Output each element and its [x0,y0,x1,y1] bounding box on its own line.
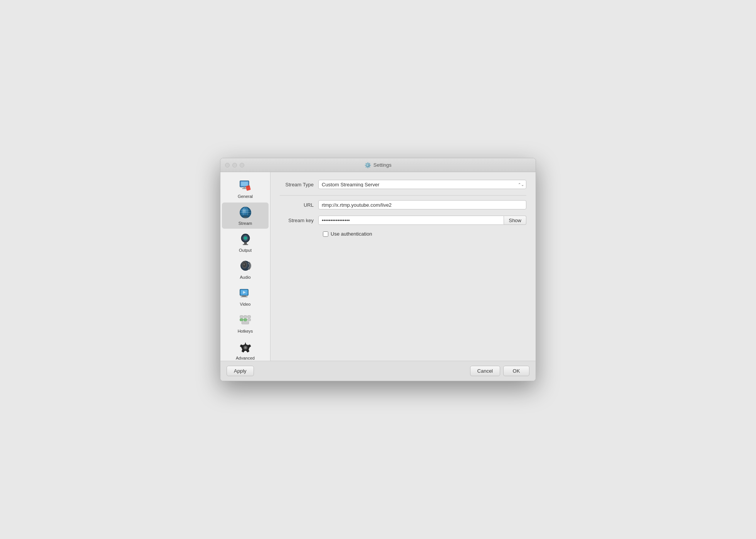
sidebar-item-stream[interactable]: Stream [222,203,269,229]
svg-rect-1 [241,182,248,186]
cancel-button[interactable]: Cancel [470,366,500,376]
titlebar: ⚙️ Settings [220,158,536,172]
maximize-button[interactable] [240,163,244,167]
url-label: URL [280,202,318,208]
title-text: Settings [373,162,391,168]
url-row: URL [280,200,526,209]
footer-right: Cancel OK [470,366,529,376]
use-auth-checkbox[interactable] [323,231,328,237]
stream-type-wrapper: Custom Streaming Server Twitch YouTube /… [318,180,526,189]
settings-icon: ⚙️ [365,162,371,168]
sidebar: General [220,172,270,361]
stream-type-label: Stream Type [280,182,318,187]
svg-rect-28 [244,316,247,318]
svg-point-21 [243,263,245,265]
svg-rect-2 [243,187,245,189]
sidebar-item-video[interactable]: Video [222,283,269,310]
sidebar-item-output[interactable]: Output [222,229,269,256]
sidebar-label-general: General [238,194,253,199]
divider-1 [280,195,526,196]
settings-window: ⚙️ Settings General [220,158,536,381]
show-stream-key-button[interactable]: Show [504,216,526,225]
sidebar-label-video: Video [240,302,251,306]
sidebar-item-hotkeys[interactable]: Hotkeys [222,310,269,336]
svg-rect-29 [247,316,250,318]
apply-button[interactable]: Apply [227,366,254,376]
stream-type-row: Stream Type Custom Streaming Server Twit… [280,180,526,189]
sidebar-label-hotkeys: Hotkeys [238,329,253,333]
sidebar-label-stream: Stream [239,221,252,226]
svg-rect-31 [244,319,247,321]
svg-rect-12 [243,217,247,218]
video-icon [239,286,252,300]
content-area: Stream Type Custom Streaming Server Twit… [280,180,526,353]
hotkeys-icon [239,313,252,327]
url-input[interactable] [318,200,526,209]
footer-left: Apply [227,366,254,376]
stream-key-input-row: Show [318,216,526,225]
svg-point-15 [244,236,247,240]
sidebar-item-advanced[interactable]: Advanced [222,337,269,361]
stream-key-input[interactable] [318,216,504,225]
window-title: ⚙️ Settings [365,162,391,168]
advanced-icon [239,340,252,354]
use-auth-row: Use authentication [323,231,526,237]
sidebar-label-output: Output [239,248,252,253]
general-icon [239,179,252,192]
svg-rect-3 [242,188,247,189]
svg-rect-17 [242,244,248,245]
svg-rect-30 [240,319,243,321]
sidebar-item-general[interactable]: General [222,176,269,202]
close-button[interactable] [225,163,230,167]
audio-icon [239,259,252,273]
stream-key-wrapper: Show [318,216,526,225]
main-content: Stream Type Custom Streaming Server Twit… [270,172,536,361]
traffic-lights [225,163,244,167]
svg-rect-16 [244,242,247,244]
svg-rect-33 [242,322,249,324]
stream-icon [239,206,252,219]
window-footer: Apply Cancel OK [220,361,536,381]
svg-rect-24 [242,295,246,296]
stream-type-select[interactable]: Custom Streaming Server Twitch YouTube /… [318,180,526,189]
minimize-button[interactable] [232,163,237,167]
use-auth-label: Use authentication [331,231,372,237]
sidebar-label-audio: Audio [240,275,250,280]
sidebar-item-audio[interactable]: Audio [222,256,269,283]
output-icon [239,233,252,246]
ok-button[interactable]: OK [503,366,529,376]
svg-rect-11 [242,215,248,217]
svg-rect-27 [240,316,243,318]
stream-key-label: Stream key [280,218,318,223]
sidebar-label-advanced: Advanced [236,356,255,360]
svg-rect-25 [240,296,247,297]
stream-key-row: Stream key Show [280,216,526,225]
svg-rect-32 [247,319,250,321]
url-wrapper [318,200,526,209]
svg-point-35 [244,346,246,348]
window-body: General [220,172,536,361]
